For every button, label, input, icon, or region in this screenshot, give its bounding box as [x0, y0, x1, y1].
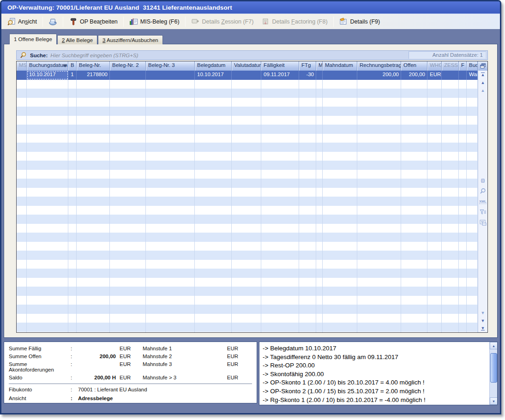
column-header-buchungsdatum[interactable]: Buchungsdatum: [27, 61, 68, 71]
column-header-zess[interactable]: ZESS: [442, 61, 459, 71]
cell-ftg: [299, 278, 316, 287]
cell-mahndatum[interactable]: [323, 71, 357, 80]
cell-whg: [427, 80, 442, 89]
grid-search-icon[interactable]: [479, 187, 487, 195]
cell-buch: [467, 332, 478, 333]
sum-value: [78, 346, 120, 351]
details-scrollbar[interactable]: ▲ ▼: [489, 342, 497, 405]
column-header-beleg-nr[interactable]: Beleg-Nr.: [77, 61, 110, 71]
cell-f[interactable]: [459, 71, 467, 80]
cell-ms: [17, 197, 27, 206]
cell-beleg-nr-2[interactable]: [110, 71, 146, 80]
grid-row-selected[interactable]: 10.10.20171217880010.10.201709.11.2017-3…: [17, 71, 478, 80]
scrollbar-down-arrow-icon[interactable]: ▼: [490, 397, 498, 405]
cell-beleg-nr[interactable]: 2178800: [77, 71, 110, 80]
page-up-icon[interactable]: ▲: [478, 86, 487, 94]
cell-zess: [442, 323, 459, 332]
scroll-down-icon[interactable]: ▼: [478, 317, 487, 324]
cell-buch: [467, 179, 478, 188]
cell-mahndatum: [323, 332, 357, 333]
cell-beleg-nr-3[interactable]: [146, 71, 195, 80]
xml-export-icon[interactable]: XML: [479, 198, 487, 205]
cell-beleg-nr-3: [146, 80, 195, 89]
cell-buch: [467, 296, 478, 305]
column-header-beleg-nr-2[interactable]: Beleg-Nr. 2: [110, 61, 146, 71]
bottom-row: Summe Fällig:EURMahnstufe 1EURSumme Offe…: [4, 342, 498, 405]
cell-buchungsdatum: [27, 161, 68, 170]
cell-beleg-nr-3: [146, 305, 195, 314]
cell-beleg-nr: [77, 296, 110, 305]
search-bar[interactable]: Suche: Hier Suchbegriff eingeben (STRG+S…: [16, 50, 488, 60]
cell-offen: [401, 323, 427, 332]
cell-faelligkeit[interactable]: 09.11.2017: [261, 71, 299, 80]
cell-ftg: [299, 233, 316, 242]
cell-rechnungsbetrag: [357, 179, 401, 188]
column-header-f[interactable]: F: [459, 61, 467, 71]
cell-whg[interactable]: EUR: [427, 71, 442, 80]
cell-faelligkeit: [261, 170, 299, 179]
column-header-mahndatum[interactable]: Mahndatum: [323, 61, 357, 71]
filter-icon[interactable]: [479, 208, 487, 216]
column-header-belegdatum[interactable]: Belegdatum: [195, 61, 232, 71]
cell-valutadatum: [232, 206, 261, 215]
details-button[interactable]: Details (F9): [336, 16, 384, 28]
cell-mahndatum: [323, 197, 357, 206]
scrollbar-up-arrow-icon[interactable]: ▲: [490, 342, 498, 349]
cell-rechnungsbetrag[interactable]: 200,00: [357, 71, 401, 80]
cell-buchungsdatum[interactable]: 10.10.2017: [27, 71, 68, 80]
column-header-offen[interactable]: Offen: [401, 61, 427, 71]
ansicht-button[interactable]: Ansicht: [3, 16, 41, 28]
page-down-icon[interactable]: ▼: [478, 309, 487, 317]
cell-offen[interactable]: 200,00: [401, 71, 427, 80]
cell-beleg-nr-3: [146, 98, 195, 107]
column-header-ftg[interactable]: FTg: [299, 61, 316, 71]
cell-valutadatum: [232, 170, 261, 179]
column-header-buch[interactable]: Buch: [467, 61, 478, 71]
cell-ms[interactable]: [17, 71, 27, 80]
column-header-ms[interactable]: MS: [17, 61, 27, 71]
cell-f: [459, 80, 467, 89]
column-header-rechnungsbetrag[interactable]: Rechnungsbetrag: [357, 61, 401, 71]
cell-ftg[interactable]: -30: [299, 71, 316, 80]
cell-belegdatum[interactable]: 10.10.2017: [195, 71, 232, 80]
tab-offene-belege[interactable]: 1 Offene Belege: [9, 34, 57, 44]
grid-row-empty: [17, 332, 478, 333]
edit-form-icon[interactable]: [479, 219, 487, 227]
scroll-up-icon[interactable]: ▲: [478, 78, 487, 86]
scroll-to-top-icon[interactable]: ▲: [478, 71, 487, 78]
column-header-b[interactable]: B: [68, 61, 77, 71]
cell-faelligkeit: [261, 323, 299, 332]
cell-belegdatum: [195, 323, 232, 332]
cell-mahndatum: [323, 152, 357, 161]
tab-ausziffern-ausbuchen[interactable]: 3 Ausziffern/Ausbuchen: [98, 35, 163, 44]
cell-buchungsdatum: [27, 98, 68, 107]
cell-beleg-nr-2: [110, 332, 146, 333]
group-columns-icon[interactable]: (|): [479, 176, 487, 184]
mis-beleg-button[interactable]: MIS-Beleg (F6): [126, 16, 183, 28]
cell-valutadatum[interactable]: [232, 71, 261, 80]
cell-offen: [401, 251, 427, 260]
column-chooser-icon[interactable]: [478, 61, 487, 71]
tab-alle-belege[interactable]: 2 Alle Belege: [57, 35, 97, 44]
scrollbar-thumb[interactable]: [490, 353, 497, 383]
cell-beleg-nr-3: [146, 116, 195, 125]
column-header-whg[interactable]: WHG: [427, 61, 442, 71]
cell-beleg-nr-3: [146, 125, 195, 134]
cell-zess[interactable]: [442, 71, 459, 80]
column-header-valutadatum[interactable]: Valutadatum: [232, 61, 261, 71]
op-bearbeiten-button[interactable]: OP Bearbeiten: [65, 16, 121, 28]
window-titlebar[interactable]: OP-Verwaltung: 70001/Lieferant EU Auslan…: [1, 1, 500, 14]
column-header-faelligkeit[interactable]: Fälligkeit: [261, 61, 299, 71]
cell-buch[interactable]: Ware: [467, 71, 478, 80]
cell-m[interactable]: [316, 71, 323, 80]
cell-beleg-nr-3: [146, 143, 195, 152]
scroll-to-bottom-icon[interactable]: ▼: [478, 324, 487, 332]
cell-buchungsdatum: [27, 197, 68, 206]
column-header-beleg-nr-3[interactable]: Beleg-Nr. 3: [146, 61, 195, 71]
print-button[interactable]: [45, 16, 61, 28]
column-header-m[interactable]: M: [316, 61, 323, 71]
cell-faelligkeit: [261, 80, 299, 89]
cell-ms: [17, 80, 27, 89]
cell-b[interactable]: 1: [68, 71, 77, 80]
search-input-placeholder[interactable]: Hier Suchbegriff eingeben (STRG+S): [50, 53, 138, 58]
